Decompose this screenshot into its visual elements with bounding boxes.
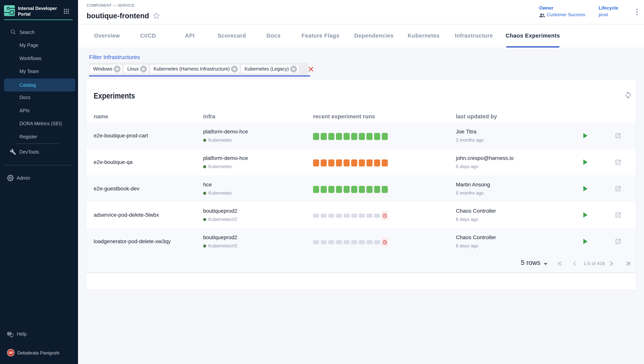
svg-text:?: ?: [9, 332, 10, 335]
